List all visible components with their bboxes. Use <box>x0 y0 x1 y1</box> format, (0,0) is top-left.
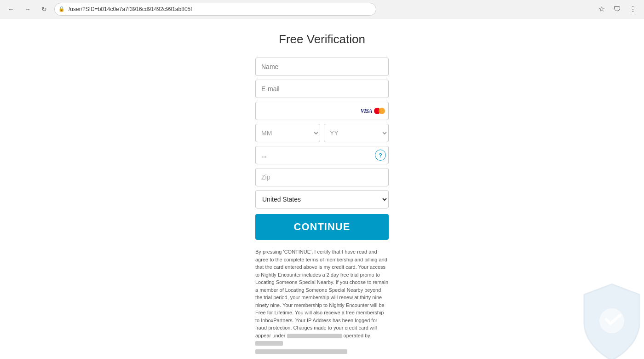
lock-icon: 🔒 <box>58 6 65 12</box>
url-text: /user/?SID=b014c0e7a7f3916cd91492c991ab8… <box>69 6 192 12</box>
shield-button[interactable]: 🛡 <box>611 3 624 16</box>
card-icons: VISA <box>361 107 385 115</box>
visa-icon: VISA <box>361 108 372 115</box>
redacted-text-1 <box>287 334 342 338</box>
forward-button[interactable]: → <box>21 3 34 16</box>
expiry-row: MM 010203 040506 070809 101112 YY 202420… <box>255 124 389 142</box>
back-button[interactable]: ← <box>5 3 17 16</box>
cvv-wrapper: ... ? <box>255 146 389 164</box>
cvv-help-button[interactable]: ? <box>375 150 386 161</box>
address-bar[interactable]: 🔒 /user/?SID=b014c0e7a7f3916cd91492c991a… <box>54 3 376 16</box>
year-select[interactable]: YY 202420252026 202720282029 2030 <box>324 124 389 142</box>
redacted-text-2 <box>255 341 283 346</box>
redacted-text-3 <box>255 349 347 354</box>
browser-toolbar: ← → ↻ 🔒 /user/?SID=b014c0e7a7f3916cd9149… <box>0 0 644 18</box>
refresh-button[interactable]: ↻ <box>38 3 51 16</box>
zip-input[interactable] <box>255 168 389 186</box>
menu-button[interactable]: ⋮ <box>627 3 639 16</box>
email-input[interactable] <box>255 80 389 98</box>
card-input-wrapper: VISA <box>255 102 389 120</box>
browser-action-buttons: ☆ 🛡 ⋮ <box>595 3 639 16</box>
bookmark-button[interactable]: ☆ <box>595 3 608 16</box>
page-content: Free Verification VISA MM 010203 040506 <box>0 18 644 359</box>
name-input[interactable] <box>255 58 389 76</box>
page-title: Free Verification <box>279 32 365 46</box>
shield-watermark <box>575 281 644 359</box>
month-select[interactable]: MM 010203 040506 070809 101112 <box>255 124 320 142</box>
continue-button[interactable]: CONTINUE <box>255 214 389 240</box>
country-select[interactable]: United States Canada United Kingdom Aust… <box>255 190 389 208</box>
payment-form: VISA MM 010203 040506 070809 101112 YY 2… <box>255 58 389 354</box>
mastercard-icon <box>374 107 385 115</box>
mc-yellow-circle <box>379 108 385 114</box>
cvv-input[interactable]: ... <box>255 146 389 164</box>
legal-text: By pressing 'CONTINUE', I certify that I… <box>255 248 389 354</box>
svg-point-0 <box>599 308 624 333</box>
